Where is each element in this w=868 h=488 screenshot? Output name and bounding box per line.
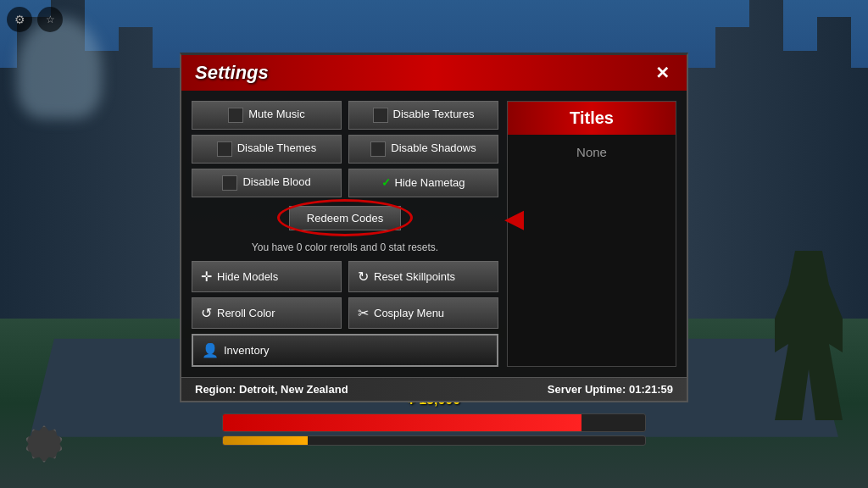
disable-themes-button[interactable]: Disable Themes [192, 135, 342, 164]
action-buttons: ✛ Hide Models ↻ Reset Skillpoints ↺ Rero… [192, 261, 498, 367]
hide-models-icon: ✛ [201, 269, 212, 285]
arrow-annotation: ◀ [504, 203, 524, 233]
hide-models-button[interactable]: ✛ Hide Models [192, 261, 342, 292]
inventory-button[interactable]: 👤 Inventory [192, 334, 498, 367]
disable-textures-button[interactable]: Disable Textures [348, 101, 498, 130]
mute-music-button[interactable]: Mute Music [192, 101, 342, 130]
controls-panel: Mute Music Disable Textures Disable Them… [192, 101, 498, 367]
inventory-label: Inventory [224, 344, 269, 357]
reset-skillpoints-button[interactable]: ↻ Reset Skillpoints [348, 261, 498, 292]
uptime-label: Server Uptime: 01:21:59 [548, 383, 673, 396]
reset-skillpoints-label: Reset Skillpoints [374, 270, 455, 283]
inventory-icon: 👤 [202, 342, 219, 358]
btn-row-3: Disable Blood Hide Nametag [192, 169, 498, 197]
action-row-3: 👤 Inventory [192, 334, 498, 367]
status-bar: Region: Detroit, New Zealand Server Upti… [181, 377, 687, 401]
cosplay-menu-icon: ✂ [358, 305, 369, 321]
disable-shadows-button[interactable]: Disable Shadows [348, 135, 498, 164]
close-button[interactable]: ✕ [652, 63, 673, 83]
settings-modal: Settings ✕ Mute Music Disable Textures D… [180, 53, 688, 402]
hide-models-label: Hide Models [217, 270, 278, 283]
stat-text: You have 0 color rerolls and 0 stat rese… [192, 239, 498, 256]
reset-skillpoints-icon: ↻ [358, 269, 369, 285]
disable-blood-button[interactable]: Disable Blood [192, 169, 342, 197]
redeem-codes-button[interactable]: Redeem Codes [289, 206, 401, 230]
region-label: Region: Detroit, New Zealand [195, 383, 348, 396]
reroll-color-icon: ↺ [201, 305, 212, 321]
hide-nametag-button[interactable]: Hide Nametag [348, 169, 498, 197]
modal-body: Mute Music Disable Textures Disable Them… [181, 91, 687, 377]
modal-titlebar: Settings ✕ [181, 55, 687, 91]
reroll-color-button[interactable]: ↺ Reroll Color [192, 297, 342, 329]
modal-title: Settings [195, 62, 269, 84]
reroll-color-label: Reroll Color [217, 307, 275, 319]
btn-row-2: Disable Themes Disable Shadows [192, 135, 498, 164]
titles-header: Titles [508, 102, 676, 135]
titles-panel: Titles None [507, 101, 676, 367]
modal-overlay: Settings ✕ Mute Music Disable Textures D… [0, 0, 868, 488]
cosplay-menu-label: Cosplay Menu [374, 307, 444, 319]
cosplay-menu-button[interactable]: ✂ Cosplay Menu [348, 297, 498, 329]
action-row-1: ✛ Hide Models ↻ Reset Skillpoints [192, 261, 498, 292]
titles-value: None [508, 135, 676, 366]
action-row-2: ↺ Reroll Color ✂ Cosplay Menu [192, 297, 498, 329]
redeem-row: Redeem Codes ◀ [192, 206, 498, 230]
btn-row-1: Mute Music Disable Textures [192, 101, 498, 130]
